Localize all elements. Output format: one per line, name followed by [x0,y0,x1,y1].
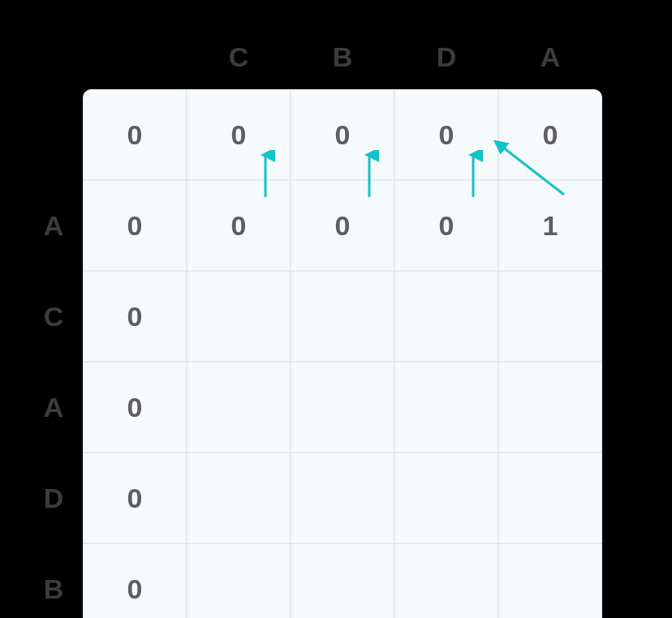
row-label-2: A [24,362,83,453]
cell-r1-c1: 0 [187,180,291,271]
cell-r2-c0: 0 [83,271,187,362]
corner-empty [24,24,83,89]
cell-r1-c2: 0 [291,180,394,271]
cell-r4-c4 [498,453,602,543]
col-header-1: B [291,24,394,89]
cell-r0-c0: 0 [83,89,187,180]
cell-r3-c1 [187,362,291,453]
cell-r0-c2: 0 [291,89,394,180]
row-label-empty [24,89,83,180]
cell-r2-c1 [187,271,291,362]
cell-r2-c3 [394,271,498,362]
cell-r3-c3 [394,362,498,453]
row-label-4: B [24,543,83,618]
cell-r5-c0: 0 [83,543,187,618]
cell-r4-c0: 0 [83,453,187,543]
cell-r4-c2 [291,453,394,543]
cell-r5-c2 [291,543,394,618]
cell-r4-c1 [187,453,291,543]
cell-r3-c2 [291,362,394,453]
cell-r3-c0: 0 [83,362,187,453]
col-header-0: C [187,24,291,89]
cell-r4-c3 [394,453,498,543]
cell-r1-c3: 0 [394,180,498,271]
col-header-2: D [394,24,498,89]
cell-r2-c2 [291,271,394,362]
cell-r1-c0: 0 [83,180,187,271]
cell-r0-c4: 0 [498,89,602,180]
cell-r5-c3 [394,543,498,618]
cell-r3-c4 [498,362,602,453]
col-header-empty [83,24,187,89]
cell-r1-c4: 1 [498,180,602,271]
dp-table: C B D A 0 0 0 0 0 A 0 0 0 0 1 C 0 A 0 D [24,24,602,618]
col-header-3: A [498,24,602,89]
row-label-0: A [24,180,83,271]
cell-r0-c3: 0 [394,89,498,180]
cell-r5-c1 [187,543,291,618]
cell-r0-c1: 0 [187,89,291,180]
row-label-1: C [24,271,83,362]
row-label-3: D [24,453,83,543]
cell-r5-c4 [498,543,602,618]
cell-r2-c4 [498,271,602,362]
